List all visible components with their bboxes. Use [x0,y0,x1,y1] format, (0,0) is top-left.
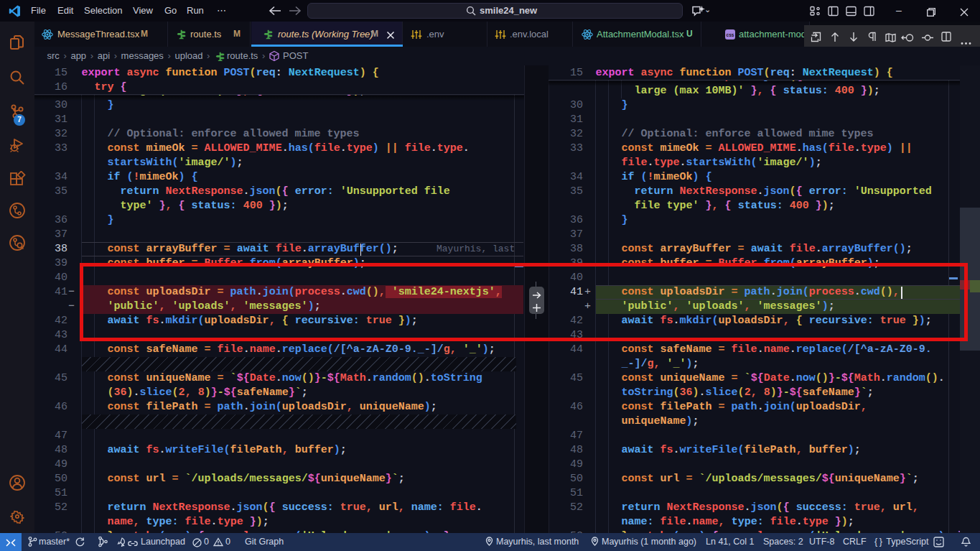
svg-text:css: css [727,32,734,37]
